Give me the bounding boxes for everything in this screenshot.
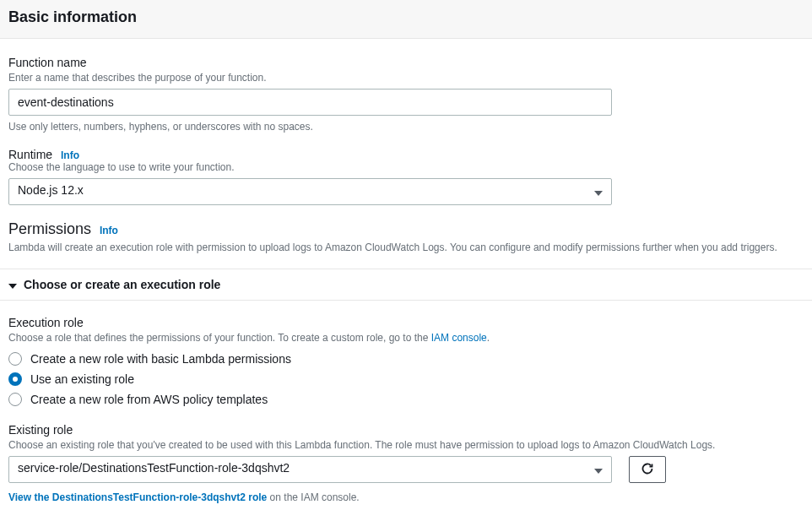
runtime-select-wrap: Node.js 12.x — [8, 178, 612, 205]
refresh-button[interactable] — [629, 456, 666, 483]
existing-role-select-wrap: service-role/DestinationsTestFunction-ro… — [8, 456, 612, 483]
permissions-block: Permissions Info Lambda will create an e… — [8, 220, 804, 503]
radio-create-from-templates[interactable]: Create a new role from AWS policy templa… — [8, 389, 804, 410]
function-name-hint: Use only letters, numbers, hyphens, or u… — [8, 121, 804, 133]
view-role-link[interactable]: View the DestinationsTestFunction-role-3… — [8, 491, 267, 503]
form-content: Function name Enter a name that describe… — [0, 39, 812, 521]
execution-role-description: Choose a role that defines the permissio… — [8, 332, 804, 344]
execution-role-desc-suffix: . — [487, 332, 490, 344]
view-role-suffix: on the IAM console. — [267, 491, 359, 503]
runtime-description: Choose the language to use to write your… — [8, 161, 804, 173]
radio-label-1: Use an existing role — [30, 372, 134, 386]
function-name-block: Function name Enter a name that describe… — [8, 56, 804, 133]
runtime-block: Runtime Info Choose the language to use … — [8, 148, 804, 205]
radio-icon — [8, 352, 22, 366]
radio-label-0: Create a new role with basic Lambda perm… — [30, 352, 291, 366]
permissions-heading: Permissions — [8, 220, 91, 238]
runtime-select[interactable]: Node.js 12.x — [8, 178, 612, 205]
page-title: Basic information — [8, 8, 804, 26]
radio-icon — [8, 372, 22, 386]
function-name-input[interactable] — [8, 89, 612, 116]
existing-role-description: Choose an existing role that you've crea… — [8, 439, 804, 451]
iam-console-link[interactable]: IAM console — [431, 332, 487, 344]
permissions-heading-row: Permissions Info — [8, 220, 804, 238]
execution-role-expand-title: Choose or create an execution role — [24, 278, 220, 291]
permissions-description: Lambda will create an execution role wit… — [8, 242, 804, 253]
radio-create-new-basic[interactable]: Create a new role with basic Lambda perm… — [8, 349, 804, 369]
view-role-row: View the DestinationsTestFunction-role-3… — [8, 491, 804, 503]
radio-icon — [8, 393, 22, 406]
execution-role-radio-group: Create a new role with basic Lambda perm… — [8, 349, 804, 410]
function-name-label: Function name — [8, 56, 804, 69]
execution-role-label: Execution role — [8, 316, 804, 329]
function-name-description: Enter a name that describes the purpose … — [8, 72, 804, 84]
execution-role-desc-prefix: Choose a role that defines the permissio… — [8, 332, 431, 344]
runtime-label-row: Runtime Info — [8, 148, 804, 161]
refresh-icon — [641, 462, 654, 478]
runtime-label: Runtime — [8, 148, 52, 161]
existing-role-row: service-role/DestinationsTestFunction-ro… — [8, 456, 804, 483]
radio-label-2: Create a new role from AWS policy templa… — [30, 393, 268, 406]
existing-role-select[interactable]: service-role/DestinationsTestFunction-ro… — [8, 456, 612, 483]
execution-role-expander[interactable]: Choose or create an execution role — [0, 269, 812, 301]
radio-use-existing[interactable]: Use an existing role — [8, 369, 804, 389]
runtime-info-link[interactable]: Info — [61, 149, 79, 161]
existing-role-label: Existing role — [8, 423, 804, 437]
basic-info-header: Basic information — [0, 0, 812, 39]
permissions-info-link[interactable]: Info — [100, 225, 118, 236]
caret-down-icon — [8, 278, 17, 291]
